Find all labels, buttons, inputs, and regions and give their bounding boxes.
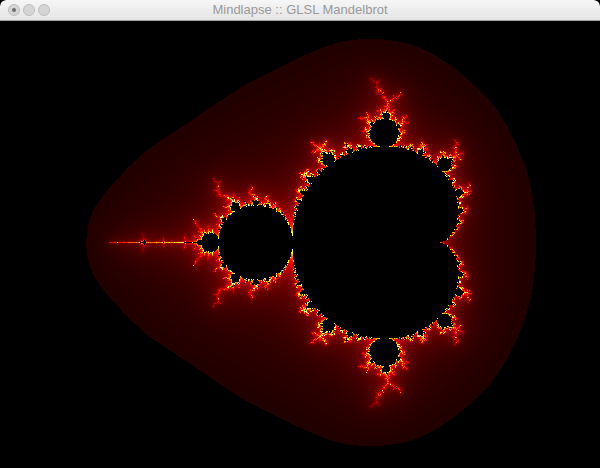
mandelbrot-canvas[interactable]	[0, 21, 600, 468]
zoom-button[interactable]	[38, 4, 50, 16]
close-button-dot	[12, 8, 16, 12]
minimize-button[interactable]	[23, 4, 35, 16]
window-title: Mindlapse :: GLSL Mandelbrot	[0, 0, 600, 20]
traffic-lights	[8, 4, 50, 16]
titlebar[interactable]: Mindlapse :: GLSL Mandelbrot	[0, 0, 600, 21]
app-window: Mindlapse :: GLSL Mandelbrot	[0, 0, 600, 468]
close-button[interactable]	[8, 4, 20, 16]
